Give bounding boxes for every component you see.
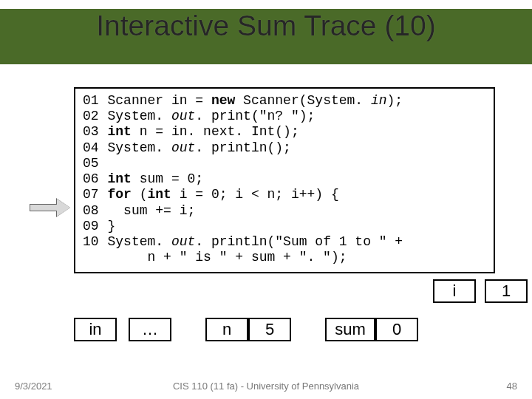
- var-n-value: 5: [248, 318, 291, 341]
- var-sum-value: 0: [375, 318, 418, 341]
- code-line: 03 int n = in. next. Int();: [83, 124, 486, 140]
- code-line: 09 }: [83, 219, 486, 234]
- code-line: 01 Scanner in = new Scanner(System. in);: [83, 93, 486, 109]
- var-in-value: …: [129, 318, 171, 341]
- code-line: 07 for (int i = 0; i < n; i++) {: [83, 187, 486, 202]
- code-line: 05: [83, 156, 486, 171]
- var-i-value: 1: [485, 279, 528, 303]
- code-line: n + " is " + sum + ". ");: [83, 250, 486, 265]
- var-n-label: n: [205, 318, 248, 341]
- current-line-arrow: [30, 200, 70, 216]
- footer: 9/3/2021 CIS 110 (11 fa) - University of…: [0, 377, 532, 392]
- code-line: 02 System. out. print("n? ");: [83, 109, 486, 124]
- code-listing: 01 Scanner in = new Scanner(System. in);…: [74, 87, 495, 273]
- slide-title: Interactive Sum Trace (10): [0, 10, 532, 42]
- footer-center: CIS 110 (11 fa) - University of Pennsylv…: [0, 381, 532, 392]
- var-i-label: i: [433, 279, 476, 303]
- var-sum-label: sum: [325, 318, 375, 341]
- code-line: 06 int sum = 0;: [83, 171, 486, 187]
- variables-row: in … n 5 sum 0 i 1: [74, 318, 517, 351]
- code-line: 04 System. out. println();: [83, 140, 486, 156]
- footer-page-number: 48: [507, 381, 517, 392]
- var-in-label: in: [74, 318, 117, 341]
- code-line: 10 System. out. println("Sum of 1 to " +: [83, 234, 486, 250]
- code-line: 08 sum += i;: [83, 203, 486, 219]
